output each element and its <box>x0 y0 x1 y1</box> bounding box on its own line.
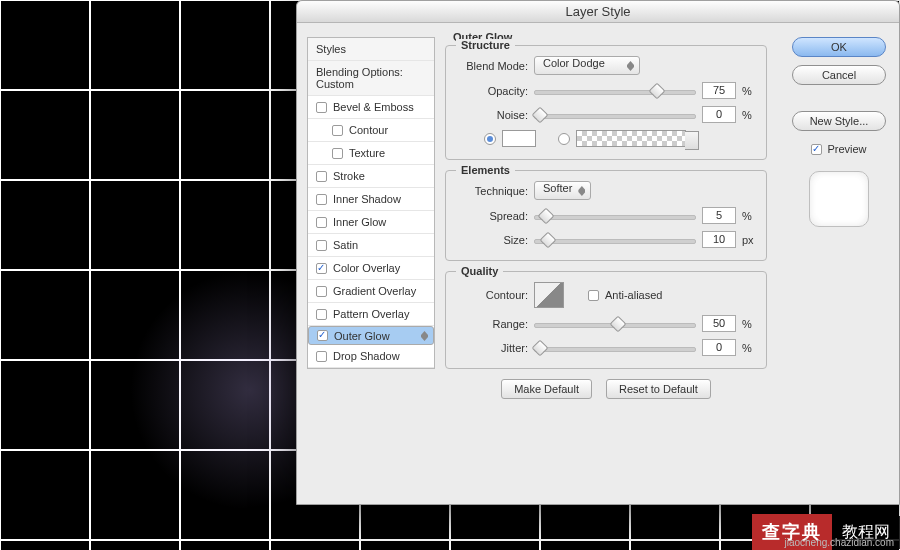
sidebar-checkbox[interactable] <box>316 351 327 362</box>
sidebar-item-label: Contour <box>349 124 388 136</box>
sidebar-checkbox[interactable] <box>316 286 327 297</box>
opacity-label: Opacity: <box>456 85 528 97</box>
sidebar-checkbox[interactable] <box>316 263 327 274</box>
spread-slider[interactable] <box>534 209 696 223</box>
sidebar-checkbox[interactable] <box>332 125 343 136</box>
sidebar-item-label: Inner Glow <box>333 216 386 228</box>
range-unit: % <box>742 318 756 330</box>
noise-input[interactable]: 0 <box>702 106 736 123</box>
sidebar-item-contour[interactable]: Contour <box>308 119 434 142</box>
preview-checkbox[interactable] <box>811 144 822 155</box>
spread-input[interactable]: 5 <box>702 207 736 224</box>
opacity-slider[interactable] <box>534 84 696 98</box>
anti-aliased-label: Anti-aliased <box>605 289 662 301</box>
contour-label: Contour: <box>456 289 528 301</box>
sidebar-checkbox[interactable] <box>316 194 327 205</box>
sidebar-item-color-overlay[interactable]: Color Overlay <box>308 257 434 280</box>
range-label: Range: <box>456 318 528 330</box>
sidebar-item-drop-shadow[interactable]: Drop Shadow <box>308 345 434 368</box>
sidebar-item-label: Inner Shadow <box>333 193 401 205</box>
color-radio[interactable] <box>484 133 496 145</box>
sidebar-item-label: Satin <box>333 239 358 251</box>
sidebar-item-label: Bevel & Emboss <box>333 101 414 113</box>
sidebar-checkbox[interactable] <box>317 330 328 341</box>
technique-label: Technique: <box>456 185 528 197</box>
range-input[interactable]: 50 <box>702 315 736 332</box>
make-default-button[interactable]: Make Default <box>501 379 592 399</box>
preview-thumbnail <box>809 171 869 227</box>
size-label: Size: <box>456 234 528 246</box>
sidebar-checkbox[interactable] <box>316 309 327 320</box>
sidebar-item-label: Pattern Overlay <box>333 308 409 320</box>
jitter-slider[interactable] <box>534 341 696 355</box>
sidebar-item-label: Drop Shadow <box>333 350 400 362</box>
sidebar-item-label: Texture <box>349 147 385 159</box>
layer-style-dialog: Layer Style Styles Blending Options: Cus… <box>296 0 900 505</box>
preview-label: Preview <box>827 143 866 155</box>
legend-structure: Structure <box>456 39 515 51</box>
sidebar-item-pattern-overlay[interactable]: Pattern Overlay <box>308 303 434 326</box>
blend-mode-select[interactable]: Color Dodge <box>534 56 640 75</box>
legend-elements: Elements <box>456 164 515 176</box>
size-slider[interactable] <box>534 233 696 247</box>
contour-picker[interactable] <box>534 282 564 308</box>
fieldset-structure: Structure Blend Mode: Color Dodge Opacit… <box>445 45 767 160</box>
jitter-unit: % <box>742 342 756 354</box>
sidebar-header-blending[interactable]: Blending Options: Custom <box>308 61 434 96</box>
right-panel: OK Cancel New Style... Preview <box>789 37 889 227</box>
reset-default-button[interactable]: Reset to Default <box>606 379 711 399</box>
sidebar-item-label: Gradient Overlay <box>333 285 416 297</box>
color-swatch[interactable] <box>502 130 536 147</box>
sidebar-item-stroke[interactable]: Stroke <box>308 165 434 188</box>
sidebar-item-gradient-overlay[interactable]: Gradient Overlay <box>308 280 434 303</box>
legend-quality: Quality <box>456 265 503 277</box>
sidebar-item-inner-glow[interactable]: Inner Glow <box>308 211 434 234</box>
dialog-title: Layer Style <box>297 1 899 23</box>
ok-button[interactable]: OK <box>792 37 886 57</box>
sidebar-header-styles[interactable]: Styles <box>308 38 434 61</box>
sidebar-item-texture[interactable]: Texture <box>308 142 434 165</box>
size-input[interactable]: 10 <box>702 231 736 248</box>
sidebar-item-label: Stroke <box>333 170 365 182</box>
sidebar-checkbox[interactable] <box>316 217 327 228</box>
technique-select[interactable]: Softer <box>534 181 591 200</box>
dialog-body: Styles Blending Options: Custom Bevel & … <box>297 23 899 504</box>
sidebar-item-outer-glow[interactable]: Outer Glow <box>308 326 434 345</box>
noise-unit: % <box>742 109 756 121</box>
jitter-input[interactable]: 0 <box>702 339 736 356</box>
sidebar-checkbox[interactable] <box>332 148 343 159</box>
sidebar-checkbox[interactable] <box>316 102 327 113</box>
opacity-input[interactable]: 75 <box>702 82 736 99</box>
gradient-radio[interactable] <box>558 133 570 145</box>
settings-panel: Outer Glow Structure Blend Mode: Color D… <box>445 31 767 399</box>
spread-label: Spread: <box>456 210 528 222</box>
noise-slider[interactable] <box>534 108 696 122</box>
noise-label: Noise: <box>456 109 528 121</box>
cancel-button[interactable]: Cancel <box>792 65 886 85</box>
size-unit: px <box>742 234 756 246</box>
jitter-label: Jitter: <box>456 342 528 354</box>
fieldset-elements: Elements Technique: Softer Spread: 5 % S… <box>445 170 767 261</box>
spread-unit: % <box>742 210 756 222</box>
sidebar-item-label: Color Overlay <box>333 262 400 274</box>
new-style-button[interactable]: New Style... <box>792 111 886 131</box>
sidebar-item-bevel-emboss[interactable]: Bevel & Emboss <box>308 96 434 119</box>
sidebar-checkbox[interactable] <box>316 240 327 251</box>
sidebar-checkbox[interactable] <box>316 171 327 182</box>
watermark-url: jiaocheng.chazidian.com <box>784 537 894 548</box>
fieldset-quality: Quality Contour: Anti-aliased Range: 50 … <box>445 271 767 369</box>
sidebar-item-label: Outer Glow <box>334 330 390 342</box>
styles-sidebar: Styles Blending Options: Custom Bevel & … <box>307 37 435 369</box>
anti-aliased-checkbox[interactable] <box>588 290 599 301</box>
range-slider[interactable] <box>534 317 696 331</box>
blend-mode-label: Blend Mode: <box>456 60 528 72</box>
opacity-unit: % <box>742 85 756 97</box>
gradient-swatch[interactable] <box>576 130 686 147</box>
sidebar-item-satin[interactable]: Satin <box>308 234 434 257</box>
sidebar-item-inner-shadow[interactable]: Inner Shadow <box>308 188 434 211</box>
